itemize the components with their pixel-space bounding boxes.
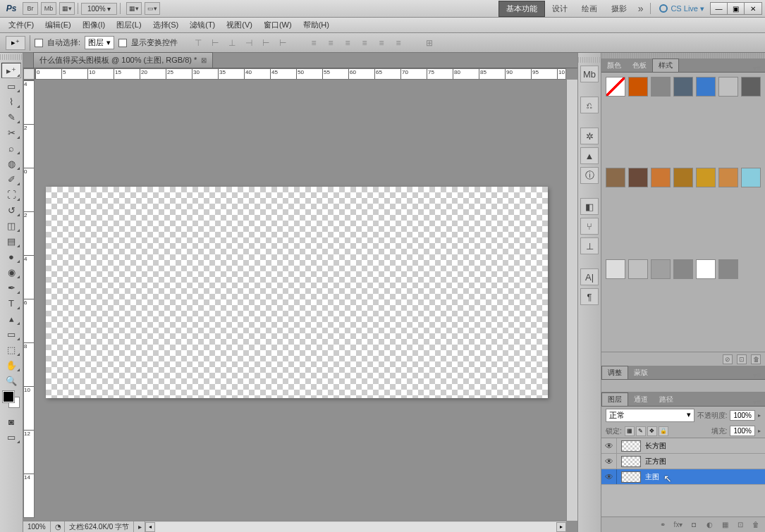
- style-swatch[interactable]: [741, 168, 761, 187]
- style-swatch[interactable]: [696, 77, 716, 97]
- current-tool-icon[interactable]: ▸⁺: [6, 36, 25, 50]
- shape-tool[interactable]: ▭: [1, 326, 21, 342]
- style-swatch[interactable]: [673, 77, 693, 97]
- style-swatch[interactable]: [651, 168, 671, 187]
- blur-tool[interactable]: ●: [1, 249, 21, 264]
- lock-position-icon[interactable]: ✥: [647, 426, 657, 436]
- lock-pixels-icon[interactable]: ✎: [636, 426, 646, 436]
- zoom-level-display[interactable]: 100% ▾: [81, 3, 117, 15]
- type-tool[interactable]: T: [1, 295, 21, 311]
- menu-select[interactable]: 选择(S): [147, 18, 185, 32]
- link-layers-icon[interactable]: ⚭: [658, 520, 668, 530]
- new-layer-icon[interactable]: ⊡: [735, 520, 745, 530]
- layer-name[interactable]: 主图: [645, 472, 659, 482]
- align-right-icon[interactable]: ⊢: [276, 37, 289, 49]
- scrollbar-vertical[interactable]: [566, 80, 577, 521]
- quick-select-tool[interactable]: ✎: [1, 109, 21, 125]
- ruler-origin[interactable]: [23, 68, 35, 80]
- histogram-panel-icon[interactable]: ▲: [580, 147, 599, 164]
- trash-icon[interactable]: 🗑: [751, 520, 761, 530]
- auto-select-checkbox[interactable]: [35, 39, 43, 47]
- opacity-input[interactable]: 100%: [730, 410, 755, 421]
- panel-grip[interactable]: [0, 54, 23, 60]
- menu-file[interactable]: 文件(F): [3, 18, 39, 32]
- distribute-icon[interactable]: ≡: [341, 37, 354, 49]
- style-swatch[interactable]: [628, 259, 648, 279]
- layer-mask-icon[interactable]: ◘: [689, 520, 699, 530]
- style-swatch[interactable]: [696, 259, 716, 279]
- distribute-icon[interactable]: ≡: [307, 37, 320, 49]
- tab-styles[interactable]: 样式: [652, 58, 679, 72]
- tab-adjustments[interactable]: 调整: [601, 366, 628, 379]
- canvas-viewport[interactable]: 0510152025303540455055606570758085909510…: [23, 68, 577, 532]
- layer-thumbnail[interactable]: [621, 440, 641, 452]
- panel-menu-icon[interactable]: ▾≡: [749, 64, 765, 72]
- ruler-vertical[interactable]: 4202468101214: [23, 80, 35, 518]
- stamp-tool[interactable]: ⛶: [1, 187, 21, 202]
- workspace-photography[interactable]: 摄影: [604, 1, 634, 16]
- layer-fx-icon[interactable]: fx▾: [673, 520, 683, 530]
- style-swatch[interactable]: [718, 168, 738, 187]
- brush-tool[interactable]: ✐: [1, 171, 21, 187]
- layer-thumbnail[interactable]: [621, 471, 641, 483]
- screen-mode-button[interactable]: ▭▾: [145, 2, 160, 15]
- window-minimize[interactable]: —: [711, 3, 728, 14]
- layer-row[interactable]: 👁 正方图: [601, 454, 765, 469]
- fill-input[interactable]: 100%: [730, 426, 755, 436]
- workspace-painting[interactable]: 绘画: [575, 1, 604, 16]
- canvas[interactable]: [46, 187, 548, 398]
- distribute-icon[interactable]: ≡: [358, 37, 371, 49]
- styles-panel-icon[interactable]: ⊥: [580, 237, 599, 254]
- history-brush-tool[interactable]: ↺: [1, 202, 21, 218]
- panel-grip[interactable]: [578, 57, 601, 63]
- info-panel-icon[interactable]: ⓘ: [580, 167, 599, 184]
- status-info-arrow[interactable]: ▸: [134, 521, 145, 533]
- workspace-design[interactable]: 设计: [545, 1, 575, 16]
- layer-row[interactable]: 👁 长方图: [601, 438, 765, 454]
- layer-name[interactable]: 正方图: [645, 457, 666, 466]
- delete-style-icon[interactable]: 🗑: [751, 354, 761, 364]
- align-hcenter-icon[interactable]: ⊢: [259, 37, 272, 49]
- layer-thumbnail[interactable]: [621, 456, 641, 467]
- style-swatch[interactable]: [718, 77, 738, 97]
- new-style-icon[interactable]: ⊡: [737, 354, 747, 364]
- navigator-panel-icon[interactable]: ✲: [580, 128, 599, 144]
- move-tool[interactable]: ▸⁺: [1, 63, 21, 78]
- view-extras-button[interactable]: ▦▾: [59, 2, 75, 15]
- show-transform-checkbox[interactable]: [118, 39, 127, 47]
- close-icon[interactable]: ⊠: [201, 56, 207, 64]
- style-swatch[interactable]: [673, 168, 693, 187]
- marquee-tool[interactable]: ▭: [1, 78, 21, 94]
- align-bottom-icon[interactable]: ⊥: [226, 37, 238, 49]
- dodge-tool[interactable]: ◉: [1, 264, 21, 280]
- menu-help[interactable]: 帮助(H): [298, 18, 335, 32]
- hand-tool[interactable]: ✋: [1, 357, 21, 373]
- style-swatch[interactable]: [606, 77, 625, 97]
- screen-mode-tool[interactable]: ▭: [1, 429, 21, 445]
- panel-menu-icon[interactable]: ▾≡: [749, 398, 765, 406]
- auto-select-target[interactable]: 图层▾: [85, 36, 114, 49]
- menu-edit[interactable]: 编辑(E): [39, 18, 77, 32]
- distribute-icon[interactable]: ≡: [375, 37, 388, 49]
- history-panel-icon[interactable]: ⎌: [580, 97, 599, 113]
- crop-tool[interactable]: ✂: [1, 125, 21, 140]
- layer-row[interactable]: 👁 主图↖: [601, 469, 765, 485]
- no-style-icon[interactable]: ⊘: [723, 354, 733, 364]
- style-swatch[interactable]: [606, 168, 625, 187]
- lock-all-icon[interactable]: 🔒: [659, 426, 668, 436]
- menu-view[interactable]: 视图(V): [221, 18, 258, 32]
- style-swatch[interactable]: [718, 259, 738, 279]
- pen-tool[interactable]: ✒: [1, 280, 21, 295]
- gradient-tool[interactable]: ▤: [1, 233, 21, 249]
- swatches-panel-icon[interactable]: ⑂: [580, 218, 599, 235]
- menu-image[interactable]: 图像(I): [77, 18, 111, 32]
- visibility-toggle-icon[interactable]: 👁: [601, 469, 617, 484]
- distribute-icon[interactable]: ≡: [324, 37, 337, 49]
- style-swatch[interactable]: [628, 77, 648, 97]
- style-swatch[interactable]: [673, 259, 693, 279]
- style-swatch[interactable]: [628, 168, 648, 187]
- minibridge-panel-icon[interactable]: Mb: [580, 66, 599, 82]
- path-select-tool[interactable]: ▴: [1, 311, 21, 326]
- layer-name[interactable]: 长方图: [645, 441, 666, 451]
- align-top-icon[interactable]: ⊤: [192, 37, 204, 49]
